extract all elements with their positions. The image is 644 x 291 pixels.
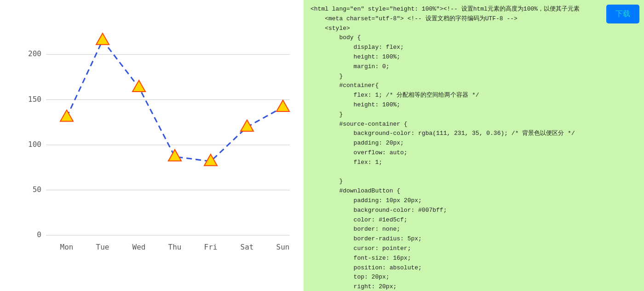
x-label-thu: Thu <box>168 243 182 251</box>
marker-sat <box>241 120 253 131</box>
chart-svg: 0 50 100 150 200 Mon Tue Wed Thu Fri Sat… <box>28 9 294 254</box>
y-label-100: 100 <box>28 140 41 149</box>
marker-wed <box>132 80 145 92</box>
code-block: <html lang="en" style="height: 100%"><!-… <box>310 5 637 291</box>
x-label-tue: Tue <box>96 243 109 251</box>
marker-sun <box>276 100 289 111</box>
y-label-50: 50 <box>33 185 41 194</box>
code-panel[interactable]: 下载 <html lang="en" style="height: 100%">… <box>304 0 644 291</box>
marker-fri <box>204 154 217 166</box>
chart-panel: 0 50 100 150 200 Mon Tue Wed Thu Fri Sat… <box>0 0 304 291</box>
x-label-sat: Sat <box>241 243 254 251</box>
y-label-150: 150 <box>28 94 41 103</box>
x-label-mon: Mon <box>60 243 74 251</box>
y-label-0: 0 <box>37 230 41 239</box>
marker-thu <box>168 150 181 161</box>
x-label-wed: Wed <box>132 243 146 251</box>
x-label-sun: Sun <box>276 243 290 251</box>
y-label-200: 200 <box>28 49 41 58</box>
download-button[interactable]: 下载 <box>606 5 639 23</box>
marker-tue <box>96 33 109 45</box>
x-label-fri: Fri <box>204 243 218 251</box>
chart-line <box>67 41 283 162</box>
marker-mon <box>60 110 73 122</box>
